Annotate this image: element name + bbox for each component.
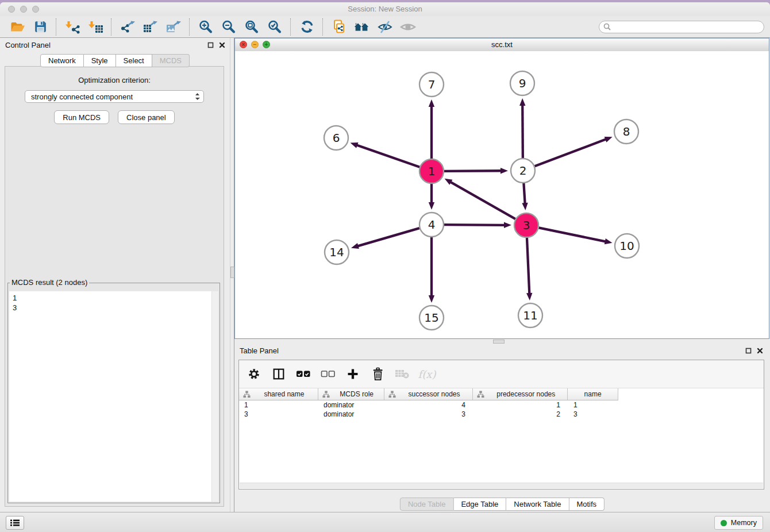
criterion-select[interactable]: strongly connected component [25, 90, 204, 103]
table-row[interactable]: 1dominator411 [239, 400, 764, 410]
float-panel-icon[interactable] [745, 348, 752, 354]
select-all-columns-button[interactable] [295, 365, 311, 383]
graph-edge-1-7[interactable] [429, 99, 434, 159]
apply-layout-button[interactable] [295, 17, 318, 37]
close-panel-button[interactable]: Close panel [118, 110, 175, 124]
graph-edge-1-6[interactable] [351, 142, 420, 167]
graph-edge-3-11[interactable] [526, 238, 532, 300]
tab-edge-table[interactable]: Edge Table [453, 498, 506, 511]
graph-edge-2-8[interactable] [535, 137, 613, 166]
panel-layout-button[interactable] [271, 365, 287, 383]
tab-network-table[interactable]: Network Table [506, 498, 569, 511]
splitter-grip[interactable] [493, 340, 505, 344]
mcds-result-textarea[interactable]: 13 [9, 291, 218, 502]
zoom-out-icon [221, 20, 236, 34]
network-graph[interactable]: 1234678910111415 [235, 51, 769, 338]
table-cell: 1 [239, 400, 318, 410]
vertical-splitter[interactable] [230, 38, 234, 512]
network-close-button[interactable]: × [240, 41, 247, 48]
deselect-all-columns-button[interactable] [320, 365, 336, 383]
graph-edge-3-1[interactable] [445, 179, 515, 219]
column-settings-button[interactable] [246, 365, 262, 383]
network-canvas[interactable]: 1234678910111415 [235, 51, 769, 338]
horizontal-splitter[interactable] [234, 339, 770, 344]
graph-node-7[interactable]: 7 [419, 72, 444, 97]
control-panel-header: Control Panel [0, 38, 230, 53]
zoom-selected-button[interactable] [263, 17, 286, 37]
minimize-window-button[interactable] [20, 6, 27, 13]
graph-node-3[interactable]: 3 [514, 213, 538, 237]
show-eye-button[interactable] [396, 17, 419, 37]
zoom-fit-button[interactable] [240, 17, 263, 37]
network-maximize-button[interactable]: + [263, 41, 270, 48]
column-header-shared-name[interactable]: shared name [239, 388, 318, 400]
graph-node-6[interactable]: 6 [324, 126, 348, 150]
delete-table-button[interactable] [394, 365, 410, 383]
graph-node-9[interactable]: 9 [510, 71, 534, 95]
graph-edge-2-9[interactable] [519, 98, 525, 158]
tab-style[interactable]: Style [84, 54, 116, 67]
float-panel-icon[interactable] [207, 42, 214, 48]
hide-selected-button[interactable] [374, 17, 396, 37]
graph-edge-2-3[interactable] [522, 183, 528, 210]
zoom-out-button[interactable] [217, 17, 240, 37]
tab-mcds[interactable]: MCDS [152, 54, 190, 67]
graph-edge-4-14[interactable] [351, 228, 419, 249]
column-header-name[interactable]: name [568, 388, 618, 400]
new-network-from-selection-button[interactable] [328, 17, 351, 37]
close-window-button[interactable] [8, 6, 15, 13]
graph-edge-1-2[interactable] [444, 168, 508, 174]
column-header-successor-nodes[interactable]: successor nodes [384, 388, 473, 400]
import-table-icon [87, 20, 103, 34]
window-controls [8, 6, 39, 13]
result-scrollbar[interactable] [211, 291, 218, 502]
add-column-button[interactable] [345, 365, 361, 383]
table-row[interactable]: 3dominator323 [239, 410, 764, 419]
graph-edge-4-3[interactable] [444, 222, 511, 228]
run-mcds-button[interactable]: Run MCDS [54, 110, 109, 124]
graph-node-11[interactable]: 11 [518, 303, 542, 327]
column-header-predecessor-nodes[interactable]: predecessor nodes [473, 388, 568, 400]
table-horizontal-scrollbar[interactable] [240, 483, 763, 488]
close-panel-icon[interactable] [219, 42, 225, 48]
graph-edge-3-10[interactable] [539, 228, 613, 244]
graph-node-1[interactable]: 1 [419, 159, 444, 183]
graph-node-10[interactable]: 10 [615, 234, 639, 258]
splitter-grip[interactable] [230, 267, 234, 278]
graph-node-15[interactable]: 15 [419, 306, 444, 330]
export-table-button[interactable] [139, 17, 162, 37]
function-builder-button[interactable]: f(x) [419, 365, 435, 383]
graph-node-label: 4 [428, 218, 436, 232]
graph-node-label: 2 [519, 164, 527, 178]
search-input[interactable] [614, 21, 760, 33]
import-network-button[interactable] [61, 17, 84, 37]
columns-icon [272, 367, 286, 381]
graph-node-8[interactable]: 8 [614, 119, 638, 144]
delete-column-button[interactable] [369, 365, 386, 383]
column-header-MCDS-role[interactable]: MCDS role [318, 388, 384, 400]
close-panel-icon[interactable] [757, 348, 763, 354]
tab-network[interactable]: Network [40, 54, 84, 67]
export-image-button[interactable] [162, 17, 185, 37]
tab-motifs[interactable]: Motifs [569, 498, 605, 511]
maximize-window-button[interactable] [32, 6, 39, 13]
tab-select[interactable]: Select [116, 54, 152, 67]
open-session-button[interactable] [6, 17, 29, 37]
graph-edge-1-4[interactable] [429, 184, 434, 210]
task-history-button[interactable] [6, 516, 24, 530]
export-network-icon [120, 20, 136, 34]
export-network-button[interactable] [116, 17, 139, 37]
import-table-button[interactable] [84, 17, 107, 37]
graph-node-4[interactable]: 4 [419, 213, 444, 237]
tab-node-table[interactable]: Node Table [400, 498, 454, 511]
graph-edge-4-15[interactable] [429, 237, 434, 303]
graph-node-14[interactable]: 14 [325, 240, 349, 264]
memory-button[interactable]: Memory [714, 516, 763, 530]
zoom-in-button[interactable] [194, 17, 217, 37]
toolbar-separator [56, 18, 57, 36]
table-panel-header: Table Panel [234, 344, 770, 358]
graph-node-2[interactable]: 2 [511, 159, 535, 183]
network-minimize-button[interactable]: − [251, 41, 259, 48]
save-session-button[interactable] [29, 17, 52, 37]
homes-button[interactable] [351, 17, 374, 37]
